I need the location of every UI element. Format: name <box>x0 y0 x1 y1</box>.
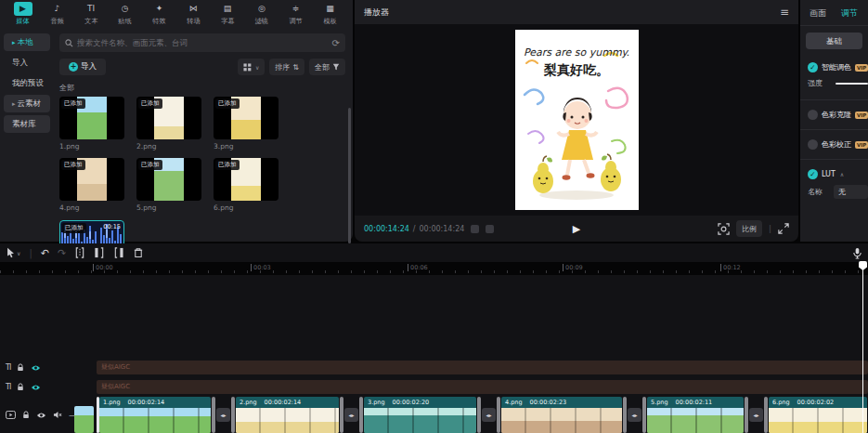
timeline-ruler[interactable]: 00:00 00:03 00:06 00:09 00:12 <box>0 262 868 275</box>
video-clip[interactable]: 3.png00:00:02:20 <box>364 397 476 433</box>
preview-quality-icon[interactable] <box>471 225 479 233</box>
smart-color-toggle[interactable]: ✓ <box>808 62 818 72</box>
text-clip[interactable]: 疑似AIGC <box>97 380 868 394</box>
transition-connector[interactable]: ◂▸ <box>339 397 364 433</box>
video-clip[interactable]: 5.png00:00:02:11 <box>647 397 744 433</box>
collapse-icon[interactable]: ∧ <box>840 171 844 177</box>
tab-adjust[interactable]: ≑调节 <box>280 2 311 26</box>
sidebar-item-import[interactable]: 导入 <box>4 54 50 72</box>
sidebar-item-presets[interactable]: 我的预设 <box>4 74 50 92</box>
redo-button[interactable]: ↷ <box>58 247 66 259</box>
filter-icon: ◎ <box>253 2 271 16</box>
media-icon: ▶ <box>14 2 32 16</box>
search-input[interactable] <box>77 38 329 47</box>
transition-icon: ◂▸ <box>482 408 496 422</box>
refresh-icon[interactable]: ⟳ <box>332 38 340 48</box>
media-item[interactable]: 已添加 3.png <box>214 97 279 151</box>
lut-toggle[interactable]: ✓ <box>808 169 818 179</box>
media-item[interactable]: 已添加 6.png <box>214 158 279 212</box>
view-mode-button[interactable]: ∨ <box>238 59 265 75</box>
fullscreen-icon[interactable] <box>778 223 789 234</box>
playhead[interactable] <box>859 261 867 433</box>
lut-name-dropdown[interactable]: 无 <box>834 185 868 199</box>
preview-quality-icon[interactable] <box>486 225 494 233</box>
added-badge: 已添加 <box>62 223 86 233</box>
sidebar-item-cloud[interactable]: ▸云素材 <box>4 95 50 112</box>
basic-tab-button[interactable]: 基础 <box>806 33 862 49</box>
media-item[interactable]: 已添加 2.png <box>136 97 201 151</box>
delete-button[interactable] <box>133 247 144 258</box>
search-bar: ⟳ <box>59 33 345 52</box>
select-tool-button[interactable]: ∨ <box>6 247 20 258</box>
sort-button[interactable]: 排序 ⇅ <box>269 59 304 75</box>
lock-icon[interactable] <box>22 411 30 419</box>
focus-preview-icon[interactable] <box>718 223 730 235</box>
mute-speaker-icon[interactable] <box>53 411 62 419</box>
eye-visible-icon[interactable] <box>36 412 46 419</box>
text-track-header: TI <box>0 361 41 374</box>
transition-connector[interactable]: ◂▸ <box>744 397 769 433</box>
lock-icon[interactable] <box>17 363 24 372</box>
color-correct-toggle[interactable]: · <box>808 139 818 150</box>
lock-icon[interactable] <box>17 383 24 391</box>
eye-visible-icon[interactable] <box>31 364 41 372</box>
timeline-toolbar: ∨ | ↶ ↷ <box>0 243 868 262</box>
media-item[interactable]: 已添加 1.png <box>59 97 124 151</box>
undo-button[interactable]: ↶ <box>41 247 49 259</box>
media-item[interactable]: 已添加 4.png <box>59 158 124 212</box>
ratio-button[interactable]: 比例 <box>736 220 762 237</box>
sidebar-item-library[interactable]: 素材库 <box>4 115 50 133</box>
record-voiceover-button[interactable] <box>852 247 862 259</box>
media-scrollbar[interactable] <box>348 108 351 243</box>
chevron-down-icon: ∨ <box>17 250 20 256</box>
filmstrip <box>647 408 744 433</box>
cursor-icon <box>6 247 16 258</box>
media-item[interactable]: 已添加 5.png <box>136 158 201 212</box>
tab-sticker[interactable]: ◷贴纸 <box>110 2 140 26</box>
preview-canvas[interactable]: Pears are so yummy. 梨真好吃。 <box>355 24 798 216</box>
text-clip[interactable]: 疑似AIGC <box>97 361 868 374</box>
transition-connector[interactable]: ◂▸ <box>211 397 236 433</box>
transition-connector[interactable]: ◂▸ <box>476 397 501 433</box>
template-icon: ▦ <box>320 2 339 16</box>
tab-adjustment[interactable]: 调节 <box>841 7 858 20</box>
filmstrip <box>236 408 339 433</box>
filter-button[interactable]: 全部 <box>309 59 345 75</box>
strength-slider[interactable] <box>836 83 868 85</box>
player-menu-icon[interactable]: ≡ <box>780 6 789 19</box>
video-track: 1.png00:00:02:14 ◂▸ 2.png00:00:02:14 ◂▸ … <box>97 397 867 433</box>
play-button[interactable]: ▶ <box>573 223 580 235</box>
player-panel: 播放器 ≡ Pears are so yummy. 梨真好吃。 <box>355 0 798 242</box>
color-clone-toggle[interactable]: · <box>808 110 818 120</box>
tab-audio[interactable]: ♪音频 <box>42 2 72 26</box>
split-keep-right-button[interactable] <box>113 247 124 258</box>
cover-thumbnail[interactable] <box>74 406 94 433</box>
split-button[interactable] <box>74 247 85 258</box>
tab-transition[interactable]: ⋈转场 <box>178 2 209 26</box>
preview-poster: Pears are so yummy. 梨真好吃。 <box>515 30 639 210</box>
sort-icon: ⇅ <box>292 63 299 72</box>
video-clip[interactable]: 6.png00:00:02:02 <box>769 397 867 433</box>
tab-text[interactable]: TI文本 <box>76 2 107 26</box>
added-badge: 已添加 <box>215 98 240 109</box>
import-button[interactable]: + 导入 <box>59 59 106 75</box>
video-clip[interactable]: 2.png00:00:02:14 <box>236 397 339 433</box>
transition-connector[interactable]: ◂▸ <box>622 397 647 433</box>
ruler-label: 00:03 <box>251 264 271 271</box>
tab-media[interactable]: ▶媒体 <box>7 2 38 26</box>
tab-filter[interactable]: ◎滤镜 <box>246 2 277 26</box>
split-keep-left-button[interactable] <box>94 247 105 258</box>
total-timecode: 00:00:14:24 <box>420 225 465 233</box>
tab-caption[interactable]: ▤字幕 <box>213 2 243 26</box>
sticker-icon: ◷ <box>116 2 135 16</box>
playhead-line <box>862 269 863 433</box>
lut-label: LUT <box>822 170 836 178</box>
sidebar-item-local[interactable]: ▸本地 <box>4 33 50 51</box>
video-clip[interactable]: 4.png00:00:02:23 <box>501 397 622 433</box>
tab-picture[interactable]: 画面 <box>810 7 826 20</box>
tab-template[interactable]: ▦模板 <box>315 2 345 26</box>
filmstrip <box>364 408 476 433</box>
eye-visible-icon[interactable] <box>31 384 41 391</box>
tab-effects[interactable]: ✦特效 <box>144 2 175 26</box>
video-clip[interactable]: 1.png00:00:02:14 <box>99 397 211 433</box>
